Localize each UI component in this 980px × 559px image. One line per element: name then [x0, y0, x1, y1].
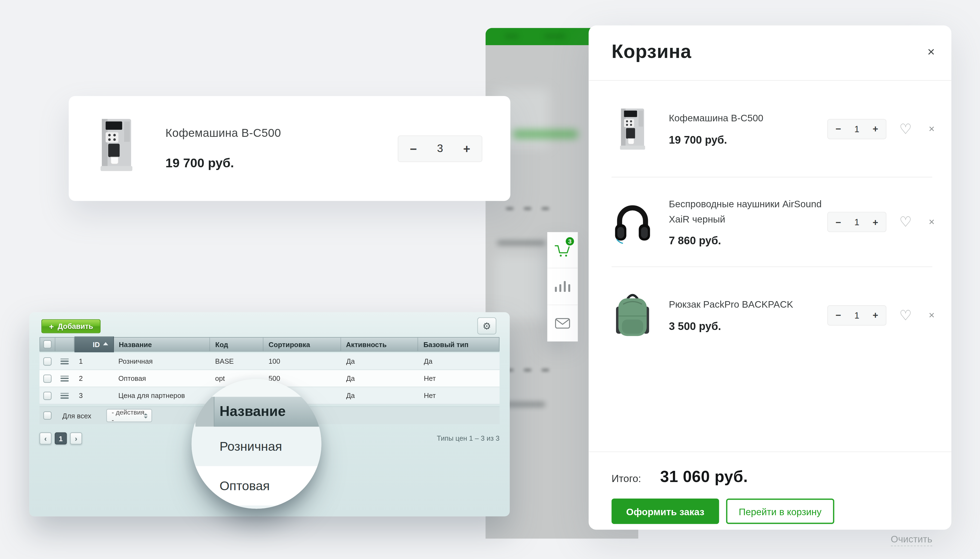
cell-code: BASE [210, 353, 263, 369]
drag-handle-icon[interactable] [60, 358, 68, 364]
cart-actions-row: Оформить заказ Перейти в корзину [612, 499, 932, 524]
cart-item-price: 19 700 руб. [669, 134, 837, 147]
cart-item-name: Рюкзак PackPro BACKPACK [669, 297, 837, 312]
drag-handle-icon[interactable] [60, 375, 68, 381]
remove-item-icon[interactable]: × [925, 123, 939, 134]
cart-item-name: Кофемашина B-C500 [669, 111, 837, 126]
page-number-button[interactable]: 1 [55, 433, 67, 445]
plus-button[interactable]: + [872, 310, 878, 320]
blurred-green-button [513, 130, 578, 139]
cart-widget-button[interactable]: 3 [547, 232, 578, 268]
magnifier-circle: Название Розничная Оптовая Цена для парт… [192, 379, 322, 509]
remove-item-icon[interactable]: × [925, 216, 939, 228]
quantity-stepper: − 1 + [827, 119, 886, 139]
minus-button[interactable]: − [410, 143, 417, 155]
quantity-value[interactable]: 3 [437, 142, 443, 155]
minus-button[interactable]: − [836, 124, 841, 134]
cell-id: 1 [74, 353, 113, 369]
select-caret-icon [144, 413, 148, 418]
gear-icon: ⚙ [483, 320, 491, 332]
cell-base: Нет [419, 387, 499, 404]
blurred-price-line [497, 240, 546, 246]
mail-widget-button[interactable] [547, 305, 578, 341]
cart-badge: 3 [565, 237, 575, 246]
plus-icon: + [49, 321, 54, 331]
row-checkbox[interactable] [43, 374, 51, 382]
column-header-sort[interactable]: Сортировка [264, 337, 341, 351]
product-card: Кофемашина B-C500 19 700 руб. − 3 + [69, 96, 510, 201]
floating-action-widget: 3 [547, 232, 578, 341]
cart-item-name: Беспроводные наушники AirSound XaiR черн… [669, 197, 837, 226]
cell-name: Цена для партнеров [113, 387, 210, 404]
page-prev-button[interactable]: ‹ [40, 433, 51, 445]
cart-item-image-headphones [612, 199, 653, 245]
settings-gear-button[interactable]: ⚙ [477, 317, 496, 334]
plus-button[interactable]: + [872, 217, 878, 227]
add-button[interactable]: + Добавить [41, 319, 101, 333]
pagination: ‹ 1 › [40, 433, 85, 445]
total-label: Итого: [612, 473, 641, 485]
header-drag-cell [55, 337, 74, 351]
stats-widget-button[interactable] [547, 268, 578, 305]
cell-base: Да [419, 353, 499, 369]
quantity-stepper: − 1 + [827, 212, 886, 232]
column-header-code[interactable]: Код [210, 337, 264, 351]
column-header-active[interactable]: Активность [341, 337, 418, 351]
product-title: Кофемашина B-C500 [166, 126, 281, 140]
cart-spacer [612, 363, 932, 452]
favorite-heart-icon[interactable]: ♡ [897, 121, 914, 137]
table-row[interactable]: 1 Розничная BASE 100 Да Да [40, 353, 499, 370]
actions-select-value: - действия - [112, 408, 147, 423]
favorite-heart-icon[interactable]: ♡ [897, 214, 914, 230]
table-header-row: ID Название Код Сортировка Активность Ба… [40, 337, 499, 352]
blurred-stepper-mark [524, 369, 531, 371]
quantity-stepper: − 1 + [827, 305, 886, 325]
column-header-base[interactable]: Базовый тип [418, 337, 499, 351]
screenshot-stage: 3 [0, 0, 980, 559]
clear-cart-link[interactable]: Очистить [891, 533, 932, 546]
drag-handle-icon[interactable] [60, 393, 68, 399]
row-checkbox[interactable] [43, 357, 51, 366]
checkout-button[interactable]: Оформить заказ [612, 499, 719, 524]
select-all-checkbox[interactable] [43, 340, 51, 349]
for-all-label: Для всех [62, 412, 91, 420]
quantity-value[interactable]: 1 [854, 124, 859, 134]
minus-button[interactable]: − [836, 217, 841, 227]
product-image-coffee-machine [96, 117, 138, 175]
cart-header: Корзина × [589, 26, 951, 81]
cart-drawer: Корзина × [589, 26, 951, 530]
header-checkbox-cell [40, 337, 55, 351]
sort-asc-icon [103, 342, 108, 346]
cell-name: Оптовая [113, 370, 210, 387]
minus-button[interactable]: − [836, 310, 841, 320]
page-next-button[interactable]: › [70, 433, 82, 445]
plus-button[interactable]: + [872, 124, 878, 134]
add-button-label: Добавить [58, 322, 93, 330]
close-icon[interactable]: × [927, 45, 935, 59]
quantity-value[interactable]: 1 [854, 310, 859, 320]
rows-counter: Типы цен 1 – 3 из 3 [437, 434, 500, 442]
blurred-menu-item [505, 34, 519, 38]
column-header-id[interactable]: ID [74, 336, 114, 352]
row-checkbox[interactable] [43, 392, 51, 400]
for-all-checkbox[interactable] [43, 411, 51, 420]
blurred-menu-item [544, 34, 565, 38]
actions-select[interactable]: - действия - [107, 409, 153, 422]
quantity-value[interactable]: 1 [854, 217, 859, 227]
cell-active: Да [341, 353, 419, 369]
cart-item: Кофемашина B-C500 19 700 руб. − 1 + ♡ × [612, 81, 932, 177]
cart-item-info: Беспроводные наушники AirSound XaiR черн… [669, 197, 837, 247]
plus-button[interactable]: + [463, 143, 470, 155]
column-header-name[interactable]: Название [114, 337, 210, 351]
cart-item-image-backpack [612, 291, 653, 339]
goto-cart-button[interactable]: Перейти в корзину [726, 499, 834, 524]
cart-item-info: Кофемашина B-C500 19 700 руб. [669, 111, 837, 147]
favorite-heart-icon[interactable]: ♡ [897, 307, 914, 323]
cart-footer: Итого: 31 060 руб. Оформить заказ Перейт… [589, 452, 951, 524]
cell-name: Розничная [113, 353, 210, 369]
cart-item-image-coffee-machine [612, 107, 653, 150]
remove-item-icon[interactable]: × [925, 309, 939, 321]
cell-active: Да [341, 387, 419, 404]
cart-title: Корзина [612, 41, 691, 62]
cart-item-info: Рюкзак PackPro BACKPACK 3 500 руб. [669, 297, 837, 333]
